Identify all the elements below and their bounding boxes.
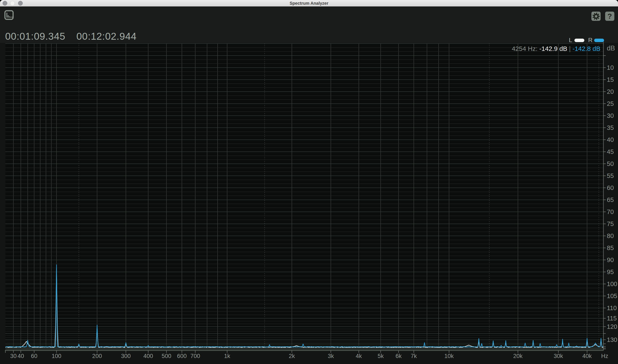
freq-tick-label: 3k: [328, 353, 334, 359]
readout-left-db: -142.9 dB: [539, 45, 567, 52]
freq-tick-label: 600: [177, 353, 187, 359]
db-tick-label: 95: [607, 269, 614, 275]
readout-separator: |: [567, 45, 572, 52]
db-tick-label: 105: [607, 293, 617, 299]
db-tick-label: 10: [607, 64, 614, 71]
spectrum-analyzer-window: Spectrum Analyzer ? 00:01:09.345 00:12:0…: [0, 0, 618, 364]
freq-tick-label: 1k: [224, 353, 230, 359]
db-tick-label: 65: [607, 196, 614, 203]
freq-tick-label: 20k: [513, 353, 523, 359]
db-tick-label: 80: [607, 233, 614, 239]
freq-tick-label: 4k: [356, 353, 362, 359]
db-tick-label: 130: [607, 336, 617, 343]
freq-tick-label: 100: [52, 353, 61, 359]
readout-frequency: 4254 Hz:: [512, 45, 539, 52]
freq-tick-label: 5k: [378, 353, 384, 359]
freq-tick-label: 6k: [396, 353, 402, 359]
freq-tick-label: 200: [92, 353, 102, 359]
db-tick-label: 85: [607, 245, 614, 251]
freq-tick-label: 40k: [582, 353, 592, 359]
db-tick-label: 120: [607, 323, 617, 330]
db-tick-label: 45: [607, 148, 614, 155]
db-tick-label: 110: [607, 305, 617, 312]
db-tick-label: 55: [607, 172, 614, 179]
db-tick-label: 25: [607, 100, 614, 107]
db-tick-label: 100: [607, 281, 617, 287]
freq-tick-label: 500: [162, 353, 171, 359]
freq-tick-label: 30: [10, 353, 16, 359]
freq-axis-unit: Hz: [601, 353, 608, 359]
db-tick-label: 90: [607, 257, 614, 263]
spectrum-plot[interactable]: 3040601002003004005006007001k2k3k4k5k6k7…: [0, 0, 618, 364]
db-tick-label: 35: [607, 124, 614, 131]
freq-tick-label: 60: [31, 353, 37, 359]
freq-tick-label: 10k: [444, 353, 454, 359]
freq-tick-label: 40: [18, 353, 24, 359]
freq-tick-label: 30k: [554, 353, 563, 359]
freq-tick-label: 7k: [411, 353, 417, 359]
db-tick-label: 75: [607, 221, 614, 227]
db-axis-title: dB: [607, 44, 615, 52]
db-tick-label: 115: [607, 315, 617, 322]
db-tick-label: 50: [607, 160, 614, 167]
plot-background: [5, 44, 603, 351]
freq-tick-label: 400: [143, 353, 153, 359]
db-tick-label: 40: [607, 136, 614, 143]
readout-right-db: -142.8 dB: [572, 45, 600, 52]
freq-tick-label: 2k: [289, 353, 295, 359]
freq-tick-label: 700: [190, 353, 200, 359]
freq-tick-label: 300: [121, 353, 131, 359]
db-tick-label: 70: [607, 208, 614, 215]
db-tick-label: 30: [607, 112, 614, 119]
db-tick-label: 60: [607, 184, 614, 191]
cursor-readout: 4254 Hz: -142.9 dB | -142.8 dB: [512, 45, 600, 52]
db-tick-label: 20: [607, 88, 614, 95]
db-tick-label: 15: [607, 76, 614, 83]
